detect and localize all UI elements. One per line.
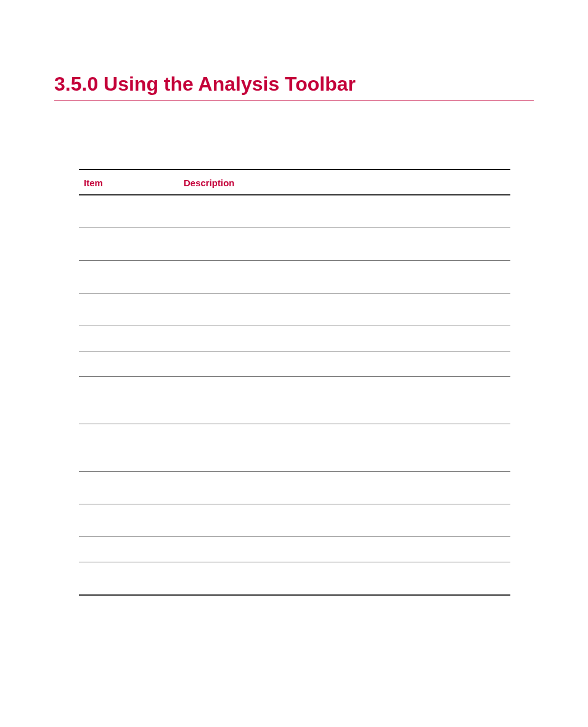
- section-heading: 3.5.0 Using the Analysis Toolbar: [54, 73, 534, 96]
- heading-underline: [54, 101, 534, 101]
- table-row: [79, 377, 510, 424]
- table-row: [79, 294, 510, 326]
- table-row: [79, 351, 510, 377]
- table-row: [79, 326, 510, 351]
- table-row: [79, 424, 510, 472]
- table-row: [79, 228, 510, 261]
- table-header-item: Item: [84, 178, 184, 188]
- table-header-description: Description: [184, 178, 510, 188]
- table-row: [79, 504, 510, 537]
- document-page: 3.5.0 Using the Analysis Toolbar Item De…: [0, 0, 588, 596]
- table-row: [79, 195, 510, 228]
- table-row: [79, 261, 510, 294]
- table-row: [79, 537, 510, 562]
- table-row: [79, 562, 510, 596]
- table-header-row: Item Description: [79, 170, 510, 194]
- table-row: [79, 472, 510, 504]
- toolbar-table: Item Description: [79, 169, 510, 596]
